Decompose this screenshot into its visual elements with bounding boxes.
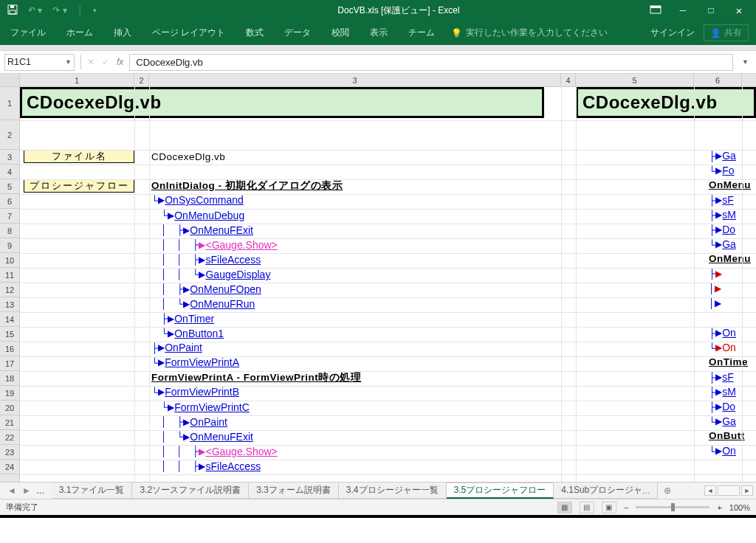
redo-icon[interactable]: ↷ ▾ [52, 5, 66, 15]
scroll-track[interactable] [718, 485, 740, 496]
tree-node[interactable]: ├▶ Do [709, 401, 735, 412]
tree-node[interactable]: ├▶ sM [709, 386, 736, 398]
ribbon-tab-file[interactable]: ファイル [0, 21, 56, 45]
row-header[interactable]: 18 [0, 371, 19, 386]
row-header[interactable]: 7 [0, 209, 19, 224]
tree-node[interactable]: └▶ Ga [709, 415, 736, 427]
section-header[interactable]: OnInitDialog - 初期化ダイアログの表示 [151, 179, 543, 193]
tree-node[interactable]: ├▶ On [709, 327, 736, 339]
tab-nav-next-icon[interactable]: ► [22, 485, 31, 496]
worksheet-grid[interactable]: 1 2 3 4 5 6 1234567891011121314151617181… [0, 74, 756, 482]
ribbon-tab-team[interactable]: チーム [398, 21, 445, 45]
ribbon-display-icon[interactable] [650, 5, 662, 16]
tree-node[interactable]: └▶ FormViewPrintA [151, 356, 239, 368]
row-header[interactable]: 17 [0, 356, 19, 371]
row-header[interactable]: 21 [0, 415, 19, 430]
zoom-level[interactable]: 100% [729, 503, 750, 512]
row-header[interactable]: 14 [0, 312, 19, 327]
zoom-in-button[interactable]: + [717, 503, 721, 512]
row-header[interactable]: 6 [0, 194, 19, 209]
col-header[interactable]: 2 [134, 74, 149, 86]
ribbon-tab-review[interactable]: 校閲 [321, 21, 360, 45]
view-pagelayout-icon[interactable]: ▤ [580, 502, 594, 513]
tree-node[interactable]: │ │ ├▶ <Gauge.Show> [151, 445, 278, 458]
save-icon[interactable] [7, 4, 18, 17]
tree-node[interactable]: │ │ ├▶ <Gauge.Show> [151, 238, 278, 252]
view-normal-icon[interactable]: ▦ [557, 502, 572, 513]
ribbon-tab-view[interactable]: 表示 [360, 21, 398, 45]
row-header[interactable]: 23 [0, 445, 19, 460]
tree-node[interactable]: │ │ └▶ GaugeDisplay [151, 268, 270, 281]
row-header[interactable]: 1 [0, 87, 19, 120]
col-header[interactable]: 4 [561, 74, 576, 86]
enter-formula-icon[interactable]: ✓ [102, 57, 109, 67]
ribbon-tab-pagelayout[interactable]: ページ レイアウト [142, 21, 236, 45]
tab-nav-first-icon[interactable]: ◄ [7, 485, 16, 496]
tell-me-search[interactable]: 💡 実行したい作業を入力してください [451, 27, 608, 39]
ribbon-tab-insert[interactable]: 挿入 [103, 21, 142, 45]
row-header[interactable]: 8 [0, 224, 19, 238]
select-all-corner[interactable] [0, 74, 20, 86]
sheet-tab[interactable]: 4.1Subプロシージャ ... [554, 483, 658, 499]
tree-node[interactable]: │ ├▶ OnPaint [151, 415, 227, 429]
row-header[interactable]: 12 [0, 283, 19, 297]
ribbon-tab-data[interactable]: データ [274, 21, 321, 45]
cells-area[interactable]: CDocexeDlg.vb CDocexeDlg.vb ファイル名 CDocex… [20, 87, 756, 482]
scroll-left-icon[interactable]: ◄ [704, 485, 716, 496]
tree-node[interactable]: └▶ OnButton1 [151, 327, 224, 340]
row-header[interactable]: 24 [0, 460, 19, 474]
ribbon-tab-formulas[interactable]: 数式 [236, 21, 274, 45]
tab-nav-more[interactable]: ... [37, 485, 44, 496]
chevron-down-icon[interactable]: ▼ [65, 58, 72, 66]
label-procflow[interactable]: プロシージャフロー [24, 179, 134, 193]
row-header[interactable]: 3 [0, 150, 19, 165]
maximize-icon[interactable]: □ [704, 5, 718, 15]
ribbon-tab-home[interactable]: ホーム [56, 21, 103, 45]
row-header[interactable]: 19 [0, 386, 19, 401]
tree-node[interactable]: │ └▶ OnMenuFRun [151, 297, 255, 311]
tree-node[interactable]: └▶ FormViewPrintB [151, 386, 239, 398]
section-header[interactable]: OnMenu [709, 253, 751, 264]
value-filename[interactable]: CDocexeDlg.vb [151, 150, 373, 163]
tree-node[interactable]: ├▶ sM [709, 209, 736, 221]
section-header[interactable]: FormViewPrintA - FormViewPrint時の処理 [151, 371, 543, 384]
minimize-icon[interactable]: ─ [676, 5, 690, 15]
tree-node[interactable]: ├▶ sF [709, 194, 734, 206]
row-header[interactable]: 20 [0, 401, 19, 415]
undo-icon[interactable]: ↶ ▾ [28, 5, 42, 15]
formula-bar[interactable]: CDocexeDlg.vb [129, 54, 733, 71]
tree-node[interactable]: │▶ [709, 297, 721, 308]
row-header[interactable]: 9 [0, 238, 19, 253]
expand-formula-icon[interactable]: ▼ [742, 58, 752, 66]
tree-node[interactable]: │ ├▶ OnMenuFExit [151, 224, 253, 237]
tree-node[interactable]: ├▶ sF [709, 371, 734, 383]
tree-node[interactable]: │ └▶ OnMenuFExit [151, 430, 253, 443]
col-header[interactable]: 6 [694, 74, 742, 86]
horizontal-scrollbar[interactable]: ◄ ► [677, 483, 756, 499]
share-button[interactable]: 👤 共有 [704, 24, 749, 41]
tree-node[interactable]: │▶ [709, 283, 721, 294]
tree-node[interactable]: └▶ Fo [709, 165, 735, 176]
cancel-formula-icon[interactable]: ✕ [87, 57, 94, 67]
tree-node[interactable]: ├▶ OnTimer [151, 312, 214, 325]
close-icon[interactable]: × [732, 4, 746, 17]
add-sheet-button[interactable]: ⊕ [658, 483, 677, 499]
row-header[interactable]: 5 [0, 179, 19, 194]
col-header[interactable]: 1 [20, 74, 134, 86]
name-box[interactable]: R1C1 ▼ [4, 54, 75, 71]
tree-node[interactable]: │ │ ├▶ sFileAccess [151, 460, 261, 473]
scroll-right-icon[interactable]: ► [741, 485, 753, 496]
row-header[interactable]: 15 [0, 327, 19, 342]
fx-icon[interactable]: fx [117, 57, 123, 67]
row-header[interactable]: 13 [0, 297, 19, 312]
tree-node[interactable]: └▶ Ga [709, 238, 736, 250]
row-header[interactable]: 4 [0, 165, 19, 179]
sheet-tab[interactable]: 3.1ファイル一覧 [52, 483, 133, 499]
tree-node[interactable]: └▶ On [709, 342, 736, 353]
sheet-tab[interactable]: 3.4プロシージャー一覧 [339, 483, 447, 499]
tab-nav[interactable]: ◄ ► ... [0, 483, 52, 499]
tree-node[interactable]: └▶ OnMenuDebug [151, 209, 244, 222]
col-header[interactable]: 3 [149, 74, 561, 86]
sheet-tab-active[interactable]: 3.5プロシージャフロー [447, 483, 554, 499]
tree-node[interactable]: └▶ On [709, 445, 736, 457]
